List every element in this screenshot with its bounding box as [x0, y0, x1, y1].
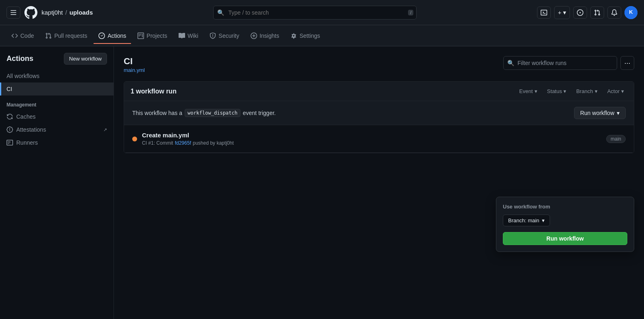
- actor-filter-label: Actor: [607, 88, 620, 94]
- plus-icon: +: [558, 9, 561, 16]
- status-filter-chevron: ▾: [563, 88, 566, 94]
- tab-insights-label: Insights: [260, 33, 279, 39]
- more-options-button[interactable]: ···: [620, 56, 634, 70]
- topnav-right: + ▾ K: [537, 6, 637, 19]
- popup-title: Use workflow from: [503, 204, 627, 210]
- repo-name[interactable]: uploads: [70, 9, 93, 16]
- run-meta: CI #1: Commit fd2965f pushed by kaptj0ht: [142, 140, 601, 146]
- avatar[interactable]: K: [624, 6, 637, 19]
- pull-requests-icon-button[interactable]: [590, 7, 604, 19]
- sidebar-item-all-workflows[interactable]: All workflows: [0, 69, 114, 82]
- dispatch-text-2: event trigger.: [243, 110, 276, 116]
- sidebar: Actions New workflow All workflows CI Ma…: [0, 46, 114, 319]
- caches-icon: [7, 113, 13, 120]
- tab-insights[interactable]: Insights: [246, 28, 284, 44]
- dispatch-text-1: This workflow has a: [132, 110, 182, 116]
- new-plus-button[interactable]: + ▾: [554, 6, 570, 19]
- run-workflow-popup: Use workflow from Branch: main ▾ Run wor…: [496, 197, 634, 252]
- tab-projects-label: Projects: [146, 33, 167, 39]
- status-filter-button[interactable]: Status ▾: [544, 87, 570, 96]
- main-content: CI main.yml 🔍 ··· 1 workflow run Event ▾: [114, 46, 644, 319]
- workflow-title-block: CI main.yml: [124, 56, 145, 73]
- main-layout: Actions New workflow All workflows CI Ma…: [0, 46, 644, 319]
- filter-workflow-runs-input[interactable]: [503, 56, 617, 70]
- tab-code-label: Code: [20, 33, 34, 39]
- sidebar-header: Actions New workflow: [0, 53, 114, 69]
- status-filter-label: Status: [547, 88, 562, 94]
- tab-settings-label: Settings: [299, 33, 320, 39]
- run-workflow-button[interactable]: Run workflow ▾: [574, 107, 626, 119]
- tab-security[interactable]: Security: [205, 28, 244, 44]
- dispatch-code: workflow_dispatch: [185, 109, 240, 117]
- run-workflow-green-button[interactable]: Run workflow: [503, 232, 627, 245]
- branch-select-label: Branch: main: [508, 217, 539, 224]
- branch-filter-label: Branch: [576, 88, 593, 94]
- actor-filter-chevron: ▾: [621, 88, 624, 94]
- tab-settings[interactable]: Settings: [286, 28, 325, 44]
- dispatch-banner: This workflow has a workflow_dispatch ev…: [124, 101, 634, 125]
- tab-code[interactable]: Code: [7, 28, 39, 44]
- new-workflow-button[interactable]: New workflow: [64, 53, 107, 65]
- branch-filter-button[interactable]: Branch ▾: [573, 87, 600, 96]
- workflow-runs-count: 1 workflow run: [131, 88, 177, 95]
- run-workflow-dropdown-arrow: ▾: [617, 110, 620, 116]
- workflow-runs-container: 1 workflow run Event ▾ Status ▾ Branch ▾: [124, 81, 634, 153]
- notifications-button[interactable]: [607, 7, 621, 19]
- event-filter-chevron: ▾: [535, 88, 537, 94]
- run-status-dot: [132, 137, 137, 141]
- ci-label: CI: [7, 86, 12, 92]
- search-input[interactable]: [213, 6, 417, 20]
- run-meta-suffix: pushed by kaptj0ht: [193, 140, 234, 146]
- event-filter-label: Event: [519, 88, 533, 94]
- workflow-title: CI: [124, 56, 145, 67]
- actor-filter-button[interactable]: Actor ▾: [604, 87, 627, 96]
- run-branch-badge[interactable]: main: [606, 135, 626, 143]
- run-commit-hash[interactable]: fd2965f: [175, 140, 191, 146]
- runners-icon: [7, 139, 13, 146]
- run-workflow-button-label: Run workflow: [580, 110, 614, 116]
- workflow-filename-link[interactable]: main.yml: [124, 67, 145, 73]
- attestations-label: Attestations: [16, 126, 46, 133]
- search-bar: 🔍 /: [213, 6, 417, 20]
- workflow-run-item[interactable]: Create main.yml CI #1: Commit fd2965f pu…: [124, 125, 634, 153]
- repo-separator: /: [65, 9, 67, 16]
- tab-projects[interactable]: Projects: [133, 28, 172, 44]
- plus-dropdown-icon: ▾: [563, 9, 566, 16]
- repo-path: kaptj0ht / uploads: [41, 9, 93, 16]
- branch-select-button[interactable]: Branch: main ▾: [503, 215, 550, 226]
- sidebar-item-runners[interactable]: Runners: [0, 136, 114, 149]
- top-navigation: kaptj0ht / uploads 🔍 / + ▾: [0, 0, 644, 25]
- attestations-external-icon: ↗: [103, 127, 107, 132]
- repo-tabs: Code Pull requests Actions Projects Wiki…: [0, 25, 644, 46]
- caches-label: Caches: [16, 113, 35, 120]
- hamburger-button[interactable]: [7, 7, 20, 19]
- run-info: Create main.yml CI #1: Commit fd2965f pu…: [142, 132, 601, 146]
- workflow-runs-header: 1 workflow run Event ▾ Status ▾ Branch ▾: [124, 82, 634, 101]
- search-kbd-hint: /: [408, 10, 413, 15]
- sidebar-item-ci[interactable]: CI: [0, 82, 114, 95]
- content-header: CI main.yml 🔍 ···: [124, 56, 634, 73]
- branch-filter-chevron: ▾: [595, 88, 598, 94]
- tab-pull-requests[interactable]: Pull requests: [40, 28, 92, 44]
- tab-security-label: Security: [218, 33, 239, 39]
- terminal-button[interactable]: [537, 7, 551, 19]
- tab-actions-label: Actions: [107, 33, 126, 39]
- attestations-icon: [7, 126, 13, 133]
- sidebar-item-caches[interactable]: Caches: [0, 110, 114, 123]
- repo-username[interactable]: kaptj0ht: [41, 9, 63, 16]
- filter-buttons: Event ▾ Status ▾ Branch ▾ Actor ▾: [516, 87, 627, 96]
- sidebar-item-attestations[interactable]: Attestations ↗: [0, 123, 114, 136]
- run-meta-prefix: CI #1: Commit: [142, 140, 173, 146]
- github-logo: [24, 6, 37, 19]
- tab-wiki[interactable]: Wiki: [174, 28, 203, 44]
- event-filter-button[interactable]: Event ▾: [516, 87, 540, 96]
- all-workflows-label: All workflows: [7, 73, 39, 79]
- tab-actions[interactable]: Actions: [94, 28, 131, 44]
- runners-label: Runners: [16, 139, 38, 146]
- issues-button[interactable]: [573, 7, 587, 19]
- tab-pull-requests-label: Pull requests: [54, 33, 87, 39]
- topnav-left: kaptj0ht / uploads: [7, 6, 93, 19]
- svg-text:K: K: [629, 9, 633, 15]
- sidebar-title: Actions: [7, 54, 33, 63]
- run-name: Create main.yml: [142, 132, 601, 139]
